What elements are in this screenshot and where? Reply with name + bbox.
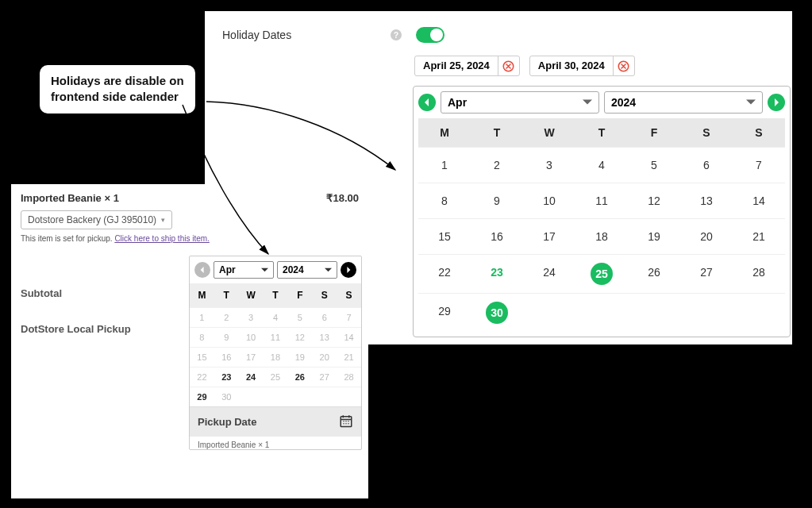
calendar-day: 11 bbox=[264, 327, 288, 347]
help-icon[interactable]: ? bbox=[391, 29, 402, 40]
calendar-day: 30 bbox=[214, 387, 239, 406]
dow-header: S bbox=[680, 118, 733, 147]
calendar-day: 16 bbox=[214, 347, 239, 367]
calendar-day[interactable]: 26 bbox=[628, 254, 680, 293]
dow-header: T bbox=[575, 118, 628, 147]
calendar-day: 5 bbox=[287, 307, 312, 327]
next-month-button[interactable] bbox=[341, 262, 356, 278]
calendar-icon[interactable] bbox=[339, 414, 353, 430]
chip-delete-button[interactable] bbox=[498, 56, 519, 76]
chip-label: April 30, 2024 bbox=[530, 56, 614, 76]
calendar-day: 21 bbox=[337, 347, 361, 367]
month-value: Apr bbox=[219, 264, 236, 275]
calendar-day: 22 bbox=[190, 367, 214, 387]
calendar-day: 12 bbox=[287, 327, 312, 347]
month-select[interactable]: Apr bbox=[214, 261, 274, 279]
frontend-calendar: Apr 2024 MTWTFSS123456789101112131415161… bbox=[189, 256, 362, 450]
holiday-chips: April 25, 2024 April 30, 2024 bbox=[414, 56, 781, 76]
calendar-day[interactable]: 9 bbox=[471, 183, 523, 218]
holiday-chip: April 30, 2024 bbox=[529, 56, 635, 76]
calendar-day[interactable]: 18 bbox=[575, 218, 628, 254]
calendar-day[interactable]: 25 bbox=[575, 254, 628, 293]
calendar-day: 27 bbox=[312, 367, 337, 387]
year-select[interactable]: 2024 bbox=[604, 91, 763, 114]
calendar-day[interactable]: 28 bbox=[733, 254, 785, 293]
calendar-day: 8 bbox=[190, 327, 214, 347]
pickup-note: This item is set for pickup. Click here … bbox=[21, 234, 359, 243]
calendar-day[interactable]: 27 bbox=[680, 254, 733, 293]
calendar-day[interactable]: 23 bbox=[471, 254, 523, 293]
calendar-day[interactable]: 17 bbox=[523, 218, 575, 254]
calendar-day[interactable]: 22 bbox=[418, 254, 471, 293]
calendar-day[interactable]: 29 bbox=[418, 293, 471, 332]
calendar-day[interactable]: 4 bbox=[575, 147, 628, 183]
calendar-day: 19 bbox=[287, 347, 312, 367]
calendar-day[interactable]: 24 bbox=[239, 367, 264, 387]
dow-header: M bbox=[190, 283, 214, 307]
calendar-day[interactable]: 7 bbox=[733, 147, 785, 183]
calendar-day: 17 bbox=[239, 347, 264, 367]
calendar-day[interactable]: 6 bbox=[680, 147, 733, 183]
calendar-day[interactable]: 14 bbox=[733, 183, 785, 218]
footer-item: Imported Beanie × 1 bbox=[190, 437, 361, 449]
calendar-day: 15 bbox=[190, 347, 214, 367]
calendar-day[interactable]: 2 bbox=[471, 147, 523, 183]
calendar-day: 28 bbox=[337, 367, 361, 387]
next-month-button[interactable] bbox=[768, 94, 785, 111]
calendar-day[interactable]: 5 bbox=[628, 147, 680, 183]
calendar-day[interactable]: 10 bbox=[523, 183, 575, 218]
holiday-dates-label: Holiday Dates bbox=[222, 29, 381, 41]
ship-item-link[interactable]: Click here to ship this item. bbox=[114, 234, 210, 243]
year-value: 2024 bbox=[283, 264, 304, 275]
dow-header: W bbox=[523, 118, 575, 147]
year-select[interactable]: 2024 bbox=[277, 261, 337, 279]
holiday-toggle[interactable] bbox=[416, 27, 444, 43]
dow-header: M bbox=[418, 118, 471, 147]
calendar-day[interactable]: 30 bbox=[471, 293, 523, 332]
chip-delete-button[interactable] bbox=[614, 56, 634, 76]
calendar-day[interactable]: 21 bbox=[733, 218, 785, 254]
calendar-day[interactable]: 8 bbox=[418, 183, 471, 218]
calendar-day bbox=[337, 387, 361, 406]
calendar-day: 9 bbox=[214, 327, 239, 347]
calendar-day: 2 bbox=[214, 307, 239, 327]
calendar-day[interactable]: 3 bbox=[523, 147, 575, 183]
calendar-day[interactable]: 15 bbox=[418, 218, 471, 254]
store-value: Dotstore Backery (GJ 395010) bbox=[28, 214, 156, 225]
calendar-day bbox=[239, 387, 264, 406]
calendar-day: 1 bbox=[190, 307, 214, 327]
calendar-day[interactable]: 12 bbox=[628, 183, 680, 218]
holiday-chip: April 25, 2024 bbox=[414, 56, 520, 76]
calendar-day[interactable]: 13 bbox=[680, 183, 733, 218]
calendar-day: 3 bbox=[239, 307, 264, 327]
dow-header: W bbox=[239, 283, 264, 307]
calendar-day bbox=[733, 293, 785, 332]
calendar-day[interactable]: 19 bbox=[628, 218, 680, 254]
calendar-day: 18 bbox=[264, 347, 288, 367]
calendar-day bbox=[628, 293, 680, 332]
item-price: ₹18.00 bbox=[326, 192, 359, 204]
prev-month-button[interactable] bbox=[418, 94, 436, 111]
calendar-day: 25 bbox=[264, 367, 288, 387]
dow-header: T bbox=[214, 283, 239, 307]
calendar-day: 7 bbox=[337, 307, 361, 327]
calendar-day[interactable]: 20 bbox=[680, 218, 733, 254]
checkout-panel: Imported Beanie × 1 ₹18.00 Dotstore Back… bbox=[11, 184, 368, 498]
calendar-day[interactable]: 23 bbox=[214, 367, 239, 387]
annotation-callout: Holidays are disable on frontend side ca… bbox=[40, 65, 195, 114]
store-select[interactable]: Dotstore Backery (GJ 395010) bbox=[21, 210, 172, 229]
calendar-day[interactable]: 11 bbox=[575, 183, 628, 218]
calendar-day: 10 bbox=[239, 327, 264, 347]
month-select[interactable]: Apr bbox=[441, 91, 599, 114]
calendar-day[interactable]: 1 bbox=[418, 147, 471, 183]
calendar-day bbox=[575, 293, 628, 332]
dow-header: S bbox=[337, 283, 361, 307]
calendar-day bbox=[680, 293, 733, 332]
calendar-day[interactable]: 24 bbox=[523, 254, 575, 293]
calendar-day[interactable]: 16 bbox=[471, 218, 523, 254]
calendar-day[interactable]: 29 bbox=[190, 387, 214, 406]
prev-month-button bbox=[194, 262, 210, 278]
calendar-day: 6 bbox=[312, 307, 337, 327]
calendar-day[interactable]: 26 bbox=[287, 367, 312, 387]
dow-header: T bbox=[264, 283, 288, 307]
